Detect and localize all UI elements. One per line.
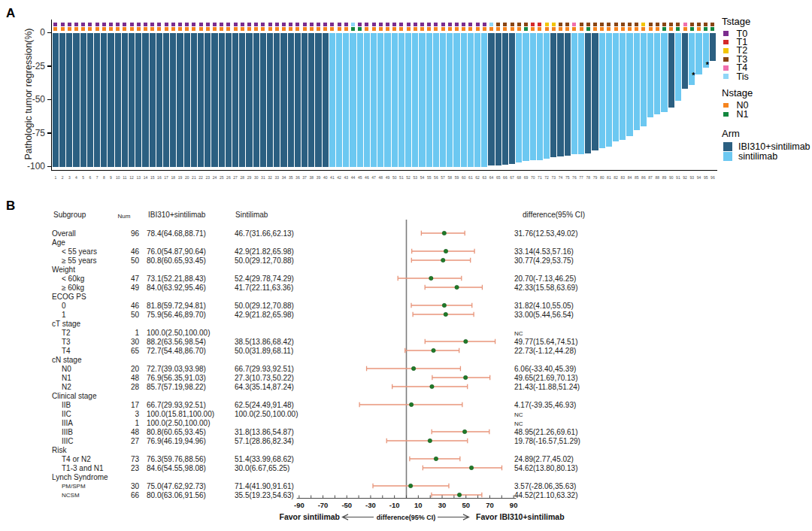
sint-value: 57.1(28.86,82.34) xyxy=(235,437,294,445)
num-value: 17 xyxy=(108,401,139,409)
ci-marker xyxy=(432,375,490,381)
num-value: 50 xyxy=(108,256,139,265)
difference-value: 19.78(-16.57,51.29) xyxy=(514,437,580,445)
sint-value: 66.7(29.93,92.51) xyxy=(235,365,294,373)
ibi-value: 88.2(63.56,98.54) xyxy=(147,338,206,346)
difference-value: 49.65(21.69,70.13) xyxy=(514,374,578,382)
ibi-value: 100.0(15.81,100.00) xyxy=(147,410,214,418)
subgroup-label: IIIC xyxy=(62,437,74,445)
num-value: 30 xyxy=(108,482,139,490)
column-header-difference: difference(95% CI) xyxy=(523,211,585,219)
num-value: 66 xyxy=(108,491,139,499)
subgroup-label: Weight xyxy=(52,266,75,274)
ibi-value: 100.0(2.50,100.00) xyxy=(147,419,211,427)
ibi-value: 100.0(2.50,100.00) xyxy=(147,329,211,337)
x-tick-label: -70 xyxy=(311,502,335,509)
ibi-value: 66.7(29.93,92.51) xyxy=(147,401,206,409)
sint-value: 50.0(29.12,70.88) xyxy=(235,256,294,265)
num-value: 50 xyxy=(108,311,139,319)
subgroup-label: ECOG PS xyxy=(52,293,86,301)
num-value: 49 xyxy=(108,284,139,292)
ibi-value: 76.9(46.19,94.96) xyxy=(147,437,206,445)
subgroup-label: 1 xyxy=(62,311,66,319)
sint-value: 64.3(35.14,87.24) xyxy=(235,383,294,391)
subgroup-label: Overall xyxy=(52,229,76,238)
column-header-ibi310-sintilimab: IBI310+sintilimab xyxy=(148,211,205,219)
ibi-value: 73.1(52.21,88.43) xyxy=(147,275,206,283)
x-tick-label: -50 xyxy=(335,502,359,509)
num-value: 23 xyxy=(108,464,139,472)
difference-value: 4.17(-39.35,46.93) xyxy=(514,401,576,409)
sint-value: 31.8(13.86,54.87) xyxy=(235,428,294,436)
ci-marker xyxy=(373,484,449,489)
ci-marker xyxy=(398,276,462,281)
subgroup-label: N2 xyxy=(62,383,71,391)
sint-value: 52.4(29.78,74.29) xyxy=(235,275,294,283)
ibi-value: 72.7(54.48,86.70) xyxy=(147,347,206,355)
ibi-value: 85.7(57.19,98.22) xyxy=(147,383,206,391)
difference-value: 33.00(5.44,56.54) xyxy=(514,311,574,319)
ci-marker xyxy=(412,249,474,254)
ibi-value: 80.0(63.06,91.56) xyxy=(147,491,206,499)
ibi-value: 75.0(47.62,92.73) xyxy=(147,482,206,490)
ibi-value: 78.4(64.68,88.71) xyxy=(147,229,206,238)
ci-marker xyxy=(425,285,482,290)
difference-value: 44.52(21.10,63.32) xyxy=(514,491,578,499)
difference-value: 48.95(21.26,69.61) xyxy=(514,428,578,436)
ibi-value: 76.9(56.35,91.03) xyxy=(147,374,206,382)
ci-marker xyxy=(367,366,461,372)
num-value: 46 xyxy=(108,247,139,256)
sint-value: 42.9(21.82,65.98) xyxy=(235,311,294,319)
column-header-sintilimab: Sintilimab xyxy=(235,211,268,219)
x-axis-label: difference(95% CI) xyxy=(353,514,459,521)
difference-value: NC xyxy=(514,329,523,338)
subgroup-label: NCSM xyxy=(62,491,80,499)
ci-marker xyxy=(425,339,495,344)
x-tick-label: -90 xyxy=(287,502,311,509)
difference-value: 3.57(-28.06,35.63) xyxy=(514,482,576,490)
ibi-value: 84.0(63.92,95.46) xyxy=(147,284,206,292)
difference-value: 24.89(2.77,45.02) xyxy=(514,455,574,463)
difference-value: 49.77(15.64,74.51) xyxy=(514,338,578,346)
num-value: 30 xyxy=(108,338,139,346)
sint-value: 35.5(19.23,54.63) xyxy=(235,491,294,499)
difference-value: 54.62(13.80,80.13) xyxy=(514,464,578,472)
num-value: 96 xyxy=(108,229,139,238)
subgroup-label: T2 xyxy=(62,329,71,337)
ci-marker xyxy=(411,258,470,263)
subgroup-label: < 60kg xyxy=(62,275,84,283)
num-value: 3 xyxy=(108,410,139,418)
x-tick-label: 30 xyxy=(430,502,454,509)
ibi-value: 80.8(60.65,93.45) xyxy=(147,256,206,265)
ci-marker xyxy=(413,312,474,317)
x-tick-label: 90 xyxy=(501,502,526,509)
ibi-value: 80.8(60.65,93.45) xyxy=(147,428,206,436)
subgroup-label: PM/SPM xyxy=(62,482,86,490)
forest-plot-canvas xyxy=(0,0,812,531)
x-tick-label: -10 xyxy=(383,502,407,509)
ci-marker xyxy=(421,231,465,236)
ci-marker xyxy=(411,303,472,308)
ci-marker xyxy=(386,438,468,444)
num-value: 73 xyxy=(108,455,139,463)
difference-value: NC xyxy=(514,411,523,419)
ci-marker xyxy=(423,466,501,471)
ibi-value: 81.8(59.72,94.81) xyxy=(147,302,206,310)
num-value: 65 xyxy=(108,347,139,355)
sint-value: 50.0(29.12,70.88) xyxy=(235,302,294,310)
ibi-value: 84.6(54.55,98.08) xyxy=(147,464,206,472)
subgroup-label: IIIB xyxy=(62,428,73,436)
ibi-value: 75.9(56.46,89.70) xyxy=(147,311,206,319)
sint-value: 30.0(6.67,65.25) xyxy=(235,464,289,472)
x-tick-label: 50 xyxy=(454,502,478,509)
num-value: 46 xyxy=(108,302,139,310)
subgroup-label: T1-3 and N1 xyxy=(62,464,104,472)
subgroup-label: < 55 years xyxy=(62,247,97,256)
ci-marker xyxy=(392,384,468,390)
ibi-value: 72.7(39.03,93.98) xyxy=(147,365,206,373)
ci-marker xyxy=(432,493,482,498)
sint-value: 42.9(21.82,65.98) xyxy=(235,247,294,256)
sint-value: 62.5(24.49,91.48) xyxy=(235,401,294,409)
figure-container: A B Pathologic tumor regression(%) 0-25-… xyxy=(0,0,812,531)
difference-value: 6.06(-33.40,45.39) xyxy=(514,365,576,373)
